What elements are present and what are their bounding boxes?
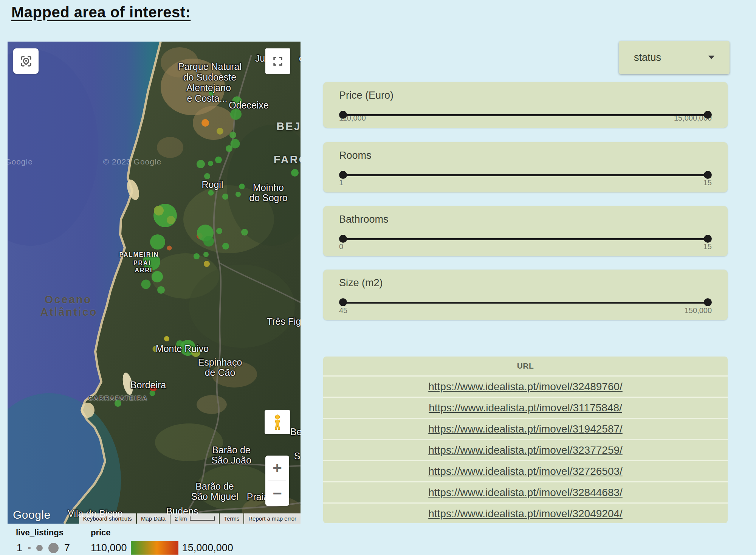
table-row: https://www.idealista.pt/imovel/32049204… — [323, 502, 728, 523]
keyboard-shortcuts-button[interactable]: Keyboard shortcuts — [79, 513, 136, 524]
listing-bubble-marker[interactable] — [216, 228, 222, 234]
slider-max-handle[interactable] — [704, 171, 712, 179]
listing-bubble-marker[interactable] — [239, 184, 245, 189]
size-min-value: 45 — [339, 306, 347, 315]
legend-size-dot-large — [48, 543, 59, 553]
table-row: https://www.idealista.pt/imovel/32377259… — [323, 439, 728, 460]
google-logo[interactable]: Google — [13, 508, 51, 521]
listing-bubble-marker[interactable] — [153, 346, 159, 352]
size-max-value: 150,000 — [685, 306, 712, 315]
legend-price-min: 110,000 — [91, 542, 127, 554]
listing-bubble-marker[interactable] — [241, 229, 248, 236]
slider-track[interactable] — [342, 238, 708, 240]
table-row: https://www.idealista.pt/imovel/32489760… — [323, 375, 728, 397]
listing-bubble-marker[interactable] — [154, 206, 164, 215]
scale-bar-icon — [190, 516, 215, 521]
listing-bubble-marker[interactable] — [143, 253, 160, 270]
listing-link[interactable]: https://www.idealista.pt/imovel/32844683… — [428, 487, 623, 499]
size-filter-label: Size (m2) — [339, 277, 712, 289]
listing-bubble-marker[interactable] — [232, 96, 242, 106]
rooms-filter-panel: Rooms 1 15 — [323, 142, 728, 192]
listing-bubble-marker[interactable] — [204, 173, 210, 179]
listing-bubble-marker[interactable] — [194, 253, 200, 259]
listing-bubble-marker[interactable] — [167, 246, 172, 251]
slider-track[interactable] — [342, 302, 708, 304]
price-filter-label: Price (Euro) — [339, 90, 712, 101]
slider-min-handle[interactable] — [339, 111, 347, 119]
slider-min-handle[interactable] — [339, 298, 347, 306]
listing-link[interactable]: https://www.idealista.pt/imovel/32377259… — [428, 444, 623, 456]
slider-track[interactable] — [342, 174, 708, 176]
listing-bubble-marker[interactable] — [222, 194, 228, 200]
listing-bubble-marker[interactable] — [164, 336, 169, 341]
slider-max-handle[interactable] — [704, 235, 712, 243]
listing-bubble-marker[interactable] — [197, 160, 205, 168]
slider-min-handle[interactable] — [339, 235, 347, 243]
report-map-error-link[interactable]: Report a map error — [244, 513, 301, 524]
listing-link[interactable]: https://www.idealista.pt/imovel/32489760… — [428, 381, 623, 393]
legend-price-max: 15,000,000 — [182, 542, 233, 554]
listing-bubble-marker[interactable] — [115, 400, 121, 407]
listing-bubble-marker[interactable] — [157, 286, 165, 294]
slider-track[interactable] — [342, 114, 708, 116]
slider-min-handle[interactable] — [339, 171, 347, 179]
status-dropdown[interactable]: status — [619, 41, 730, 74]
listing-bubble-marker[interactable] — [203, 236, 214, 246]
size-range-slider[interactable] — [339, 298, 712, 303]
pegman-button[interactable] — [265, 410, 290, 434]
listing-bubble-marker[interactable] — [208, 190, 214, 196]
size-filter-panel: Size (m2) 45 150,000 — [323, 270, 728, 320]
url-table: URL https://www.idealista.pt/imovel/3248… — [323, 357, 728, 523]
scale-text: 2 km — [175, 515, 187, 522]
listing-bubble-marker[interactable] — [235, 192, 241, 197]
pegman-icon — [272, 414, 283, 431]
listing-bubble-marker[interactable] — [203, 252, 209, 257]
table-row: https://www.idealista.pt/imovel/32726503… — [323, 460, 728, 481]
table-row: https://www.idealista.pt/imovel/32844683… — [323, 481, 728, 502]
listing-link[interactable]: https://www.idealista.pt/imovel/31942587… — [428, 423, 623, 435]
listing-bubble-marker[interactable] — [215, 157, 222, 163]
listing-link[interactable]: https://www.idealista.pt/imovel/32726503… — [428, 465, 623, 477]
listing-bubble-marker[interactable] — [141, 280, 151, 289]
listing-bubble-marker[interactable] — [152, 271, 163, 282]
legend-price-title: price — [91, 528, 111, 538]
listing-bubble-marker[interactable] — [150, 384, 157, 391]
listing-bubble-marker[interactable] — [230, 109, 242, 120]
page-title: Mapped area of interest: — [11, 4, 191, 21]
listing-bubble-marker[interactable] — [222, 243, 229, 250]
listing-link[interactable]: https://www.idealista.pt/imovel/32049204… — [428, 508, 623, 520]
listing-bubble-marker[interactable] — [150, 234, 165, 250]
listing-bubble-marker[interactable] — [208, 161, 213, 166]
bathrooms-filter-label: Bathrooms — [339, 214, 712, 225]
rooms-range-slider[interactable] — [339, 171, 712, 175]
listing-bubble-marker[interactable] — [226, 145, 232, 152]
map-canvas[interactable]: Parque Naturaldo SudoesteAlentejanoe Cos… — [8, 42, 301, 524]
slider-max-handle[interactable] — [704, 111, 712, 119]
map-data-label[interactable]: Map Data — [137, 513, 170, 524]
zoom-out-button[interactable]: − — [265, 481, 289, 506]
legend-size-min: 1 — [17, 542, 22, 554]
listing-bubble-marker[interactable] — [229, 132, 236, 138]
legend-size-max: 7 — [64, 542, 70, 554]
rooms-min-value: 1 — [339, 178, 343, 187]
price-range-slider[interactable] — [339, 110, 712, 111]
listing-bubble-marker[interactable] — [167, 216, 175, 224]
listing-bubble-marker[interactable] — [204, 261, 210, 267]
status-dropdown-label: status — [634, 52, 661, 64]
zoom-in-button[interactable]: + — [265, 456, 289, 481]
table-row: https://www.idealista.pt/imovel/31175848… — [323, 397, 728, 418]
fullscreen-button[interactable] — [265, 48, 290, 74]
slider-max-handle[interactable] — [704, 298, 712, 306]
terms-link[interactable]: Terms — [220, 513, 243, 524]
listing-link[interactable]: https://www.idealista.pt/imovel/31175848… — [429, 402, 622, 414]
listing-bubble-marker[interactable] — [291, 169, 299, 177]
select-area-button[interactable] — [13, 48, 39, 74]
rooms-filter-label: Rooms — [339, 150, 712, 161]
listing-bubble-marker[interactable] — [201, 119, 209, 127]
listing-bubble-marker[interactable] — [209, 90, 215, 96]
bathrooms-range-slider[interactable] — [339, 234, 712, 239]
area-pin-icon — [19, 54, 34, 69]
fullscreen-icon — [271, 54, 285, 68]
listing-bubble-marker[interactable] — [217, 128, 223, 135]
listing-bubble-marker[interactable] — [191, 348, 200, 357]
